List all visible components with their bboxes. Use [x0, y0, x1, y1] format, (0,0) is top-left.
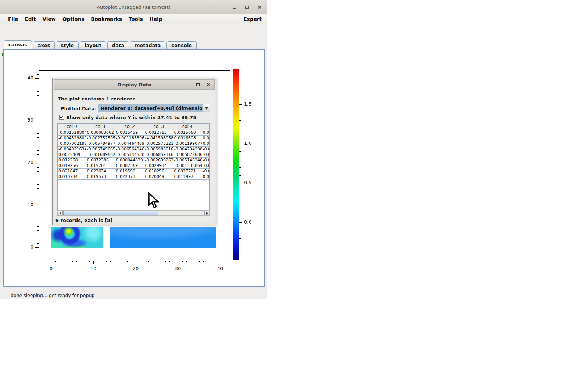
scroll-track[interactable]: [63, 211, 204, 215]
table-cell[interactable]: 0.0082369: [115, 163, 144, 168]
table-row[interactable]: 0.0025409-0.001689662...-0.005344580...-…: [58, 152, 210, 157]
table-cell[interactable]: -0.004529800...: [58, 135, 86, 141]
table-cell[interactable]: -0.005344580...: [115, 152, 144, 157]
tab-canvas[interactable]: canvas: [4, 40, 32, 49]
table-cell[interactable]: -0.001199077...: [173, 141, 202, 146]
table-row[interactable]: 0.0122680.00723860.000044839-0.002639263…: [58, 157, 210, 163]
table-cell[interactable]: -0.0: [202, 152, 210, 157]
table-cell[interactable]: 0.019573: [86, 174, 115, 179]
tab-metadata[interactable]: metadata: [130, 41, 165, 49]
table-cell[interactable]: -0.0: [202, 157, 210, 163]
table-cell[interactable]: -0.005872606...: [173, 152, 202, 157]
table-cell[interactable]: -0.005988016...: [144, 146, 173, 152]
renderer-combobox[interactable]: Renderer 0: dataset[40,40] (dimension...: [98, 104, 210, 112]
table-cell[interactable]: 0.023634: [86, 168, 115, 174]
menu-item-help[interactable]: Help: [146, 16, 166, 22]
table-cell[interactable]: 0.00: [202, 141, 210, 146]
table-cell[interactable]: 0.022373: [115, 174, 144, 179]
table-cell[interactable]: 0.000044839: [115, 157, 144, 163]
table-cell[interactable]: 0.0025409: [58, 152, 86, 157]
table-cell[interactable]: -0.007002187...: [58, 141, 86, 146]
table-cell[interactable]: -0.0: [202, 146, 210, 152]
dialog-close-icon[interactable]: ×: [205, 81, 211, 88]
tab-layout[interactable]: layout: [80, 41, 106, 49]
table-cell[interactable]: 0.021047: [58, 168, 86, 174]
table-cell[interactable]: -0.004921634...: [58, 146, 86, 152]
window-titlebar[interactable]: Autoplot untagged (as tomcat) ×: [0, 0, 267, 14]
table-cell[interactable]: 0.0037721: [173, 168, 202, 174]
minimize-icon[interactable]: [231, 3, 238, 12]
table-cell[interactable]: -0.001689662...: [86, 152, 115, 157]
table-cell[interactable]: -0.002573321...: [144, 141, 173, 146]
expert-mode-label[interactable]: Expert: [243, 16, 262, 22]
table-row[interactable]: -0.007002187...-0.005784977...-0.0044644…: [58, 141, 210, 146]
table-cell[interactable]: -0.005146240...: [173, 157, 202, 163]
table-cell[interactable]: 0.0022783: [144, 130, 173, 135]
scroll-thumb[interactable]: [63, 211, 158, 215]
table-cell[interactable]: 0.00: [202, 174, 210, 179]
table-row[interactable]: 0.0107840.0195730.0223730.0200490.011997…: [58, 174, 210, 179]
table-row[interactable]: 0.0210470.0236340.0195900.0102560.003772…: [58, 168, 210, 174]
combobox-arrow-button[interactable]: [203, 104, 210, 112]
menu-item-options[interactable]: Options: [59, 16, 87, 22]
table-row[interactable]: -0.004921634...-0.005749665...-0.0065649…: [58, 146, 210, 152]
table-cell[interactable]: -0.001328804...: [58, 130, 86, 135]
table-cell[interactable]: 0.0015459: [115, 130, 144, 135]
table-cell[interactable]: 0.0025660: [173, 130, 202, 135]
table-cell[interactable]: 0.00: [202, 130, 210, 135]
table-row[interactable]: -0.004529800...-0.002752505...-0.0011853…: [58, 135, 210, 141]
table-cell[interactable]: 0.012268: [58, 157, 86, 163]
table-cell[interactable]: 0.020049: [144, 174, 173, 179]
dialog-titlebar[interactable]: Display Data ×: [54, 79, 215, 90]
table-row[interactable]: -0.001328804...0.0000836620.00154590.002…: [58, 130, 210, 135]
tab-console[interactable]: console: [166, 41, 197, 49]
table-cell[interactable]: -0.006564946...: [115, 146, 144, 152]
table-cell[interactable]: 0.010784: [58, 174, 86, 179]
table-cell[interactable]: 0.010256: [144, 168, 173, 174]
table-row[interactable]: 0.0192560.0152010.00823690.0029934-0.001…: [58, 163, 210, 168]
table-cell[interactable]: 0.011997: [173, 174, 202, 179]
table-cell[interactable]: -0.002639263...: [144, 157, 173, 163]
scroll-left-button[interactable]: [58, 211, 63, 215]
table-cell[interactable]: -0.004464469...: [115, 141, 144, 146]
menu-item-view[interactable]: View: [39, 16, 59, 22]
table-cell[interactable]: -0.005749665...: [86, 146, 115, 152]
filter-checkbox[interactable]: [59, 115, 64, 120]
table-cell[interactable]: 0.015201: [86, 163, 115, 168]
tab-data[interactable]: data: [107, 41, 129, 49]
table-cell[interactable]: 0.0029934: [144, 163, 173, 168]
table-cell[interactable]: 0.019256: [58, 163, 86, 168]
tab-axes[interactable]: axes: [33, 41, 55, 49]
table-cell[interactable]: 0.019590: [115, 168, 144, 174]
table-cell[interactable]: 0.0016608: [173, 135, 202, 141]
table-cell[interactable]: -0.004294298...: [173, 146, 202, 152]
close-icon[interactable]: ×: [256, 3, 263, 12]
menu-item-bookmarks[interactable]: Bookmarks: [87, 16, 125, 22]
table-cell[interactable]: -0.0: [202, 163, 210, 168]
dialog-minimize-icon[interactable]: [184, 81, 190, 88]
horizontal-scrollbar[interactable]: [57, 210, 210, 216]
table-header-col-0[interactable]: col 0: [58, 124, 86, 130]
table-cell[interactable]: -0.001333864...: [173, 163, 202, 168]
table-cell[interactable]: -0.001185396...: [115, 135, 144, 141]
menu-item-tools[interactable]: Tools: [125, 16, 146, 22]
scroll-right-button[interactable]: [204, 211, 209, 215]
table-cell[interactable]: -0.0: [202, 168, 210, 174]
table-cell[interactable]: -4.041598058...: [144, 135, 173, 141]
table-header-col-4[interactable]: col 4: [173, 124, 202, 130]
table-cell[interactable]: -0.006859316...: [144, 152, 173, 157]
table-cell[interactable]: 0.000083662: [86, 130, 115, 135]
table-header-col-3[interactable]: col 3: [144, 124, 173, 130]
maximize-icon[interactable]: [243, 3, 251, 12]
menu-item-edit[interactable]: Edit: [22, 16, 39, 22]
tab-style[interactable]: style: [56, 41, 79, 49]
table-cell[interactable]: -0.002752505...: [86, 135, 115, 141]
table-cell[interactable]: 0.0072386: [86, 157, 115, 163]
table-header-col-1[interactable]: col 1: [86, 124, 115, 130]
dialog-maximize-icon[interactable]: [195, 81, 201, 88]
table-cell[interactable]: 0.00: [202, 135, 210, 141]
table-cell[interactable]: -0.005784977...: [86, 141, 115, 146]
table-header-col-2[interactable]: col 2: [115, 124, 144, 130]
table-header-col-5[interactable]: [202, 124, 210, 130]
menu-item-file[interactable]: File: [5, 16, 22, 22]
